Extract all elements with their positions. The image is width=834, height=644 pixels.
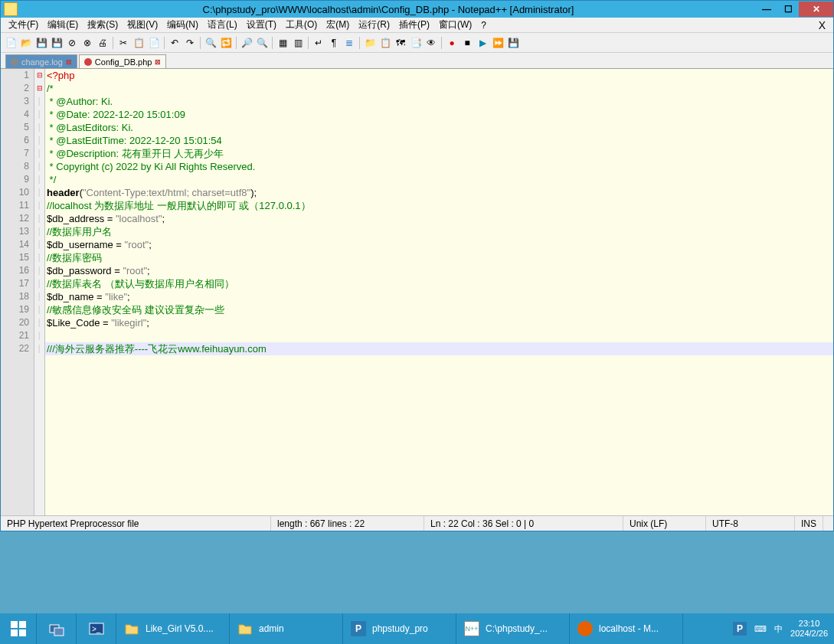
taskbar-task[interactable]: N++C:\phpstudy_... [456, 613, 570, 644]
func-list-icon[interactable]: 📋 [378, 36, 392, 50]
server-manager-pin[interactable] [37, 613, 77, 644]
task-label: C:\phpstudy_... [486, 623, 548, 634]
windows-icon [11, 621, 26, 636]
tab-label: Config_DB.php [95, 57, 152, 67]
svg-text:>_: >_ [92, 625, 101, 633]
print-icon[interactable]: 🖨 [96, 36, 110, 50]
code-content[interactable]: <?php/* * @Author: Ki. * @Date: 2022-12-… [45, 69, 833, 515]
menu-encoding[interactable]: 编码(N) [164, 18, 201, 32]
status-encoding: UTF-8 [706, 516, 795, 531]
save-all-icon[interactable]: 💾 [50, 36, 64, 50]
svg-rect-5 [54, 628, 64, 636]
menu-language[interactable]: 语言(L) [204, 18, 240, 32]
sync-h-icon[interactable]: ▥ [291, 36, 305, 50]
undo-icon[interactable]: ↶ [168, 36, 182, 50]
tab-close-icon[interactable]: ⊠ [66, 58, 72, 66]
save-icon[interactable]: 💾 [34, 36, 48, 50]
menu-view[interactable]: 视图(V) [124, 18, 161, 32]
status-filetype: PHP Hypertext Preprocessor file [1, 516, 271, 531]
close-button[interactable]: ✕ [799, 2, 833, 17]
taskbar: >_ Like_Girl V5.0....adminPphpstudy_proN… [0, 613, 834, 644]
tab-config-db[interactable]: Config_DB.php ⊠ [79, 54, 167, 68]
task-label: admin [259, 623, 284, 634]
find-icon[interactable]: 🔍 [204, 36, 217, 50]
record-icon[interactable]: ● [445, 36, 459, 50]
open-file-icon[interactable]: 📂 [19, 36, 33, 50]
replace-icon[interactable]: 🔁 [219, 36, 233, 50]
unsaved-dot-icon [84, 58, 92, 66]
show-all-icon[interactable]: ¶ [327, 36, 341, 50]
task-label: localhost - M... [599, 623, 659, 634]
folder-icon[interactable]: 📁 [363, 36, 377, 50]
status-ins: INS [795, 516, 823, 531]
minimize-button[interactable]: — [756, 2, 777, 17]
menu-file[interactable]: 文件(F) [5, 18, 41, 32]
statusbar: PHP Hypertext Preprocessor file length :… [1, 515, 833, 531]
tray-ime-icon[interactable]: ⌨ [754, 624, 767, 634]
start-button[interactable] [0, 613, 37, 644]
menu-window[interactable]: 窗口(W) [436, 18, 475, 32]
tab-close-icon[interactable]: ⊠ [155, 58, 161, 66]
wrap-icon[interactable]: ↵ [312, 36, 325, 50]
taskbar-task[interactable]: admin [230, 613, 343, 644]
powershell-pin[interactable]: >_ [77, 613, 116, 644]
menu-help[interactable]: ? [478, 19, 489, 31]
powershell-icon: >_ [88, 620, 105, 637]
close-file-icon[interactable]: ⊘ [65, 36, 79, 50]
app-icon [4, 2, 18, 16]
toolbar: 📄 📂 💾 💾 ⊘ ⊗ 🖨 ✂ 📋 📄 ↶ ↷ 🔍 🔁 🔎 🔍 ▦ ▥ ↵ ¶ … [1, 33, 833, 53]
new-file-icon[interactable]: 📄 [4, 36, 18, 50]
status-eol: Unix (LF) [623, 516, 706, 531]
svg-rect-1 [19, 621, 26, 628]
close-all-icon[interactable]: ⊗ [80, 36, 94, 50]
zoom-in-icon[interactable]: 🔎 [240, 36, 253, 50]
menu-plugins[interactable]: 插件(P) [396, 18, 433, 32]
tab-label: change.log [21, 57, 63, 67]
system-tray: P ⌨ 中 23:10 2024/2/26 [727, 619, 834, 639]
svg-rect-2 [11, 629, 18, 636]
line-number-gutter: 12345678910111213141516171819202122 [1, 69, 34, 515]
copy-icon[interactable]: 📋 [132, 36, 146, 50]
editor-area[interactable]: 12345678910111213141516171819202122 ⊟⊟││… [1, 68, 833, 515]
tray-lang-icon[interactable]: 中 [774, 623, 783, 635]
monitoring-icon[interactable]: 👁 [424, 36, 438, 50]
stop-icon[interactable]: ■ [460, 36, 474, 50]
status-position: Ln : 22 Col : 36 Sel : 0 | 0 [424, 516, 623, 531]
notepadpp-window: C:\phpstudy_pro\WWW\localhost\admin\Conf… [0, 0, 834, 531]
tray-p-icon[interactable]: P [733, 622, 747, 636]
menu-settings[interactable]: 设置(T) [244, 18, 280, 32]
maximize-button[interactable]: ☐ [777, 2, 799, 17]
unsaved-dot-icon [11, 58, 18, 66]
status-length: length : 667 lines : 22 [271, 516, 424, 531]
server-icon [48, 620, 65, 637]
zoom-out-icon[interactable]: 🔍 [255, 36, 269, 50]
doc-list-icon[interactable]: 📑 [409, 36, 423, 50]
window-title: C:\phpstudy_pro\WWW\localhost\admin\Conf… [21, 4, 756, 15]
taskbar-task[interactable]: Pphpstudy_pro [343, 613, 456, 644]
menubar: 文件(F) 编辑(E) 搜索(S) 视图(V) 编码(N) 语言(L) 设置(T… [1, 18, 833, 33]
menu-x-button[interactable]: X [816, 18, 833, 32]
task-label: phpstudy_pro [372, 623, 428, 634]
menu-run[interactable]: 运行(R) [355, 18, 393, 32]
indent-guide-icon[interactable]: ≣ [342, 36, 356, 50]
menu-edit[interactable]: 编辑(E) [44, 18, 81, 32]
menu-macro[interactable]: 宏(M) [323, 18, 352, 32]
sync-v-icon[interactable]: ▦ [276, 36, 289, 50]
clock-time: 23:10 [790, 619, 828, 629]
cut-icon[interactable]: ✂ [116, 36, 130, 50]
menu-tools[interactable]: 工具(O) [283, 18, 320, 32]
paste-icon[interactable]: 📄 [147, 36, 161, 50]
tab-change-log[interactable]: change.log ⊠ [5, 54, 77, 68]
play-icon[interactable]: ▶ [476, 36, 489, 50]
doc-map-icon[interactable]: 🗺 [394, 36, 407, 50]
taskbar-task[interactable]: Like_Girl V5.0.... [116, 613, 230, 644]
save-macro-icon[interactable]: 💾 [506, 36, 520, 50]
task-label: Like_Girl V5.0.... [146, 623, 214, 634]
taskbar-task[interactable]: localhost - M... [570, 613, 683, 644]
titlebar[interactable]: C:\phpstudy_pro\WWW\localhost\admin\Conf… [1, 1, 833, 18]
fold-gutter[interactable]: ⊟⊟││││││││││││││││││││ [34, 69, 45, 515]
redo-icon[interactable]: ↷ [183, 36, 197, 50]
play-multi-icon[interactable]: ⏩ [491, 36, 505, 50]
clock[interactable]: 23:10 2024/2/26 [790, 619, 828, 639]
menu-search[interactable]: 搜索(S) [84, 18, 121, 32]
